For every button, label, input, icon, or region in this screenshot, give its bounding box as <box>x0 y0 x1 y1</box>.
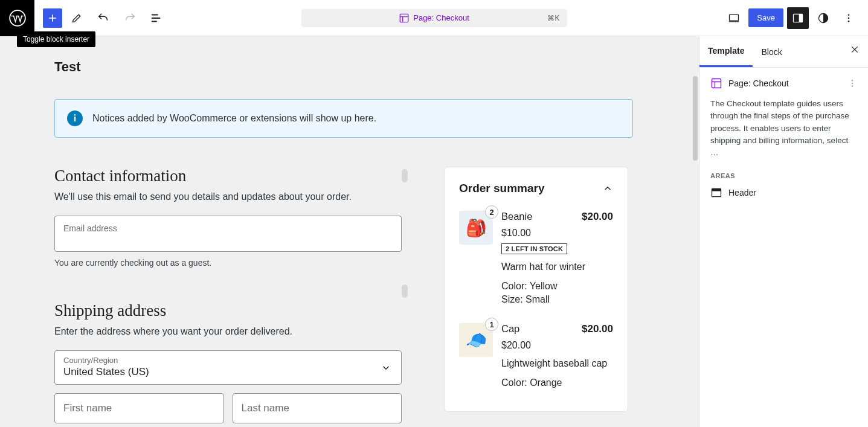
email-label: Email address <box>63 223 393 233</box>
close-icon <box>850 45 860 54</box>
country-select[interactable]: Country/Region United States (US) <box>54 350 402 385</box>
order-summary-title: Order summary <box>459 182 545 195</box>
redo-button <box>118 6 142 30</box>
layout-icon <box>710 77 722 89</box>
chevron-up-icon[interactable] <box>602 183 613 194</box>
tab-template[interactable]: Template <box>699 36 753 67</box>
sidebar-tabs: Template Block <box>699 36 868 68</box>
sidebar-icon <box>792 12 804 24</box>
item-variation-color: Color: Yellow <box>501 280 613 293</box>
block-handle[interactable] <box>402 284 408 298</box>
guest-checkout-note: You are currently checking out as a gues… <box>54 258 402 268</box>
save-button[interactable]: Save <box>748 8 783 27</box>
toolbar-right: Save <box>723 7 868 29</box>
cart-item: 2 🎒 Beanie $20.00 $10.00 2 LEFT IN STOCK <box>459 211 613 306</box>
item-description: Lightweight baseball cap <box>501 357 613 370</box>
svg-rect-1 <box>400 14 408 22</box>
area-label: Header <box>728 188 756 197</box>
item-variation: Color: Orange <box>501 376 613 390</box>
close-sidebar-button[interactable] <box>850 45 860 54</box>
document-overview-button[interactable] <box>144 6 169 30</box>
sidebar-page-row: Page: Checkout <box>710 77 857 89</box>
more-vertical-icon <box>847 79 857 88</box>
view-button[interactable] <box>723 7 745 29</box>
options-button[interactable] <box>838 7 860 29</box>
item-qty-badge: 1 <box>485 318 498 331</box>
document-title-text: Page: Checkout <box>413 13 469 22</box>
pencil-icon <box>71 12 83 24</box>
svg-point-12 <box>852 86 853 87</box>
svg-rect-4 <box>799 14 803 22</box>
svg-point-7 <box>848 17 850 19</box>
item-variation-color: Color: Orange <box>501 376 613 390</box>
item-name: Cap <box>501 323 519 335</box>
svg-rect-2 <box>730 14 739 21</box>
editor-canvas[interactable]: Test i Notices added by WooCommerce or e… <box>0 36 699 427</box>
undo-button[interactable] <box>91 6 115 30</box>
chevron-down-icon <box>381 362 391 373</box>
command-shortcut: ⌘K <box>547 14 559 22</box>
list-view-icon <box>150 11 163 25</box>
item-unit-price: $20.00 <box>501 340 613 351</box>
last-name-field[interactable]: Last name <box>233 393 402 423</box>
layout-icon <box>399 13 410 24</box>
item-description: Warm hat for winter <box>501 260 613 274</box>
tab-block[interactable]: Block <box>753 37 790 66</box>
svg-point-10 <box>852 80 853 81</box>
svg-point-11 <box>852 83 853 84</box>
sidebar-page-label: Page: Checkout <box>728 79 789 88</box>
document-title: Page: Checkout <box>399 13 469 24</box>
stock-badge: 2 LEFT IN STOCK <box>501 243 567 254</box>
styles-icon <box>817 12 829 24</box>
shipping-heading[interactable]: Shipping address <box>54 301 402 320</box>
settings-sidebar: Template Block Page: Checkout The Checko… <box>699 36 868 427</box>
item-variation: Color: Yellow Size: Small <box>501 280 613 307</box>
item-qty-badge: 2 <box>485 205 498 219</box>
contact-heading[interactable]: Contact information <box>54 167 402 185</box>
inserter-tooltip: Toggle block inserter <box>17 31 95 47</box>
template-description: The Checkout template guides users throu… <box>710 98 857 159</box>
contact-subtext: We'll use this email to send you details… <box>54 191 402 202</box>
toolbar-left <box>0 0 169 36</box>
svg-rect-14 <box>712 189 721 191</box>
email-field[interactable]: Email address <box>54 216 402 252</box>
undo-icon <box>97 11 110 25</box>
site-title[interactable]: Test <box>54 59 645 75</box>
wordpress-logo[interactable] <box>0 0 34 36</box>
tools-button[interactable] <box>65 6 89 30</box>
block-inserter-button[interactable] <box>43 8 62 28</box>
more-vertical-icon <box>843 13 854 24</box>
scrollbar-thumb[interactable] <box>693 76 698 161</box>
store-notices-block[interactable]: i Notices added by WooCommerce or extens… <box>54 99 633 138</box>
order-summary-block[interactable]: Order summary 2 🎒 Beanie $2 <box>444 167 628 412</box>
area-item-header[interactable]: Header <box>710 187 857 199</box>
settings-panel-toggle[interactable] <box>787 7 809 29</box>
shipping-subtext: Enter the address where you want your or… <box>54 326 402 337</box>
desktop-icon <box>728 12 740 24</box>
svg-point-0 <box>10 10 25 26</box>
document-bar[interactable]: Page: Checkout ⌘K <box>301 9 567 27</box>
first-name-field[interactable]: First name <box>54 393 224 423</box>
areas-heading: AREAS <box>710 172 857 179</box>
redo-icon <box>123 11 137 25</box>
item-line-total: $20.00 <box>582 211 613 223</box>
item-line-total: $20.00 <box>582 323 613 335</box>
country-value: United States (US) <box>63 366 393 378</box>
svg-point-8 <box>848 20 850 22</box>
country-label: Country/Region <box>63 356 393 365</box>
svg-point-6 <box>848 14 850 16</box>
styles-button[interactable] <box>812 7 834 29</box>
wordpress-icon <box>9 10 26 27</box>
svg-rect-9 <box>712 79 721 88</box>
editor-toolbar: Page: Checkout ⌘K Save Toggle block inse… <box>0 0 868 36</box>
header-icon <box>710 187 722 199</box>
info-icon: i <box>67 111 83 126</box>
item-name: Beanie <box>501 211 532 222</box>
block-handle[interactable] <box>402 169 408 182</box>
item-unit-price: $10.00 <box>501 228 613 239</box>
sidebar-page-actions[interactable] <box>847 79 857 88</box>
plus-icon <box>47 12 59 24</box>
item-variation-size: Size: Small <box>501 293 613 306</box>
cart-item: 1 🧢 Cap $20.00 $20.00 Lightweight baseba… <box>459 323 613 390</box>
notice-text: Notices added by WooCommerce or extensio… <box>92 113 376 124</box>
